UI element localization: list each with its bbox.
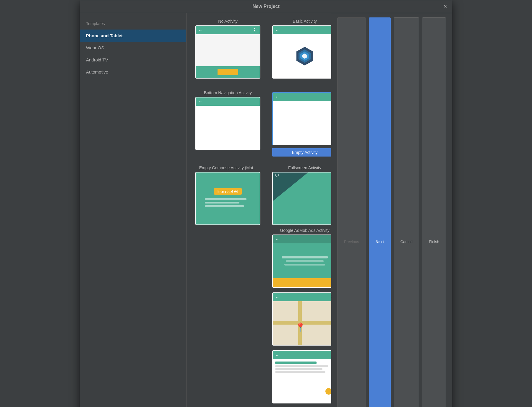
back-icon: ← [275, 237, 279, 242]
dialog-title: New Project [252, 4, 280, 9]
template-basic-activity[interactable]: Basic Activity ← [272, 19, 331, 82]
template-nav-drawer[interactable]: ← ⋮ [272, 349, 331, 406]
sidebar-item-android-tv[interactable]: Android TV [80, 54, 186, 66]
next-button[interactable]: Next [369, 17, 391, 407]
template-bottom-nav[interactable]: Bottom Navigation Activity ← [195, 90, 260, 157]
interstitial-ad-label: Interstitial Ad [214, 188, 242, 195]
template-thumb-bottom-nav: ← [195, 97, 260, 150]
back-arrow-icon: ← [275, 28, 279, 32]
title-bar: New Project ✕ [80, 0, 452, 13]
template-empty-compose-mat[interactable]: Empty Compose Activity (Mat... Interstit… [195, 165, 260, 407]
sidebar-item-wear-os[interactable]: Wear OS [80, 42, 186, 54]
template-thumb-no-activity: ← ⋮ [195, 25, 260, 79]
template-fullscreen[interactable]: Fullscreen Activity ← [272, 165, 331, 407]
menu-icon: ⋮ [329, 294, 331, 300]
dots-icon: ⋮ [252, 27, 257, 33]
menu-icon: ⋮ [330, 352, 331, 358]
cancel-button[interactable]: Cancel [394, 17, 419, 407]
map-pin-icon: 📍 [295, 322, 306, 332]
previous-button[interactable]: Previous [337, 17, 366, 407]
new-project-dialog: New Project ✕ Templates Phone and Tablet… [80, 0, 452, 407]
template-no-activity[interactable]: No Activity ← ⋮ [195, 19, 260, 82]
menu-icon: ⋮ [330, 237, 331, 242]
finish-button[interactable]: Finish [422, 17, 446, 407]
template-admob[interactable]: Google AdMob Ads Activity ← ⋮ [272, 228, 331, 291]
template-empty-activity[interactable]: ← Empty Activity [272, 90, 331, 157]
close-button[interactable]: ✕ [443, 4, 447, 9]
back-icon: ← [275, 353, 279, 357]
hex-logo-icon [294, 46, 315, 66]
back-icon: ← [275, 174, 279, 179]
back-icon: ← [198, 99, 202, 104]
template-thumb-empty-activity: ← [272, 92, 331, 145]
sidebar-item-automotive[interactable]: Automotive [80, 66, 186, 78]
template-thumb-nav-drawer: ← ⋮ [272, 350, 331, 403]
templates-area: No Activity ← ⋮ [186, 13, 331, 407]
fab-icon [325, 388, 331, 395]
back-icon: ← [275, 295, 279, 299]
back-arrow-icon: ← [198, 28, 202, 32]
sidebar: Templates Phone and Tablet Wear OS Andro… [80, 13, 186, 407]
template-thumb-maps: ← ⋮ 📍 [272, 292, 331, 346]
templates-grid: No Activity ← ⋮ [195, 19, 322, 407]
back-icon: ← [275, 95, 279, 99]
sidebar-item-phone-tablet[interactable]: Phone and Tablet [80, 30, 186, 42]
footer: Previous Next Cancel Finish [331, 13, 452, 407]
template-thumb-empty-compose-mat: Interstitial Ad [195, 172, 260, 225]
template-maps[interactable]: ← ⋮ 📍 [272, 291, 331, 349]
template-thumb-basic-activity: ← [272, 25, 331, 79]
sidebar-heading: Templates [80, 19, 186, 30]
template-thumb-fullscreen: ← [272, 172, 331, 225]
content-area: Templates Phone and Tablet Wear OS Andro… [80, 13, 452, 407]
template-thumb-admob: ← ⋮ [272, 235, 331, 288]
